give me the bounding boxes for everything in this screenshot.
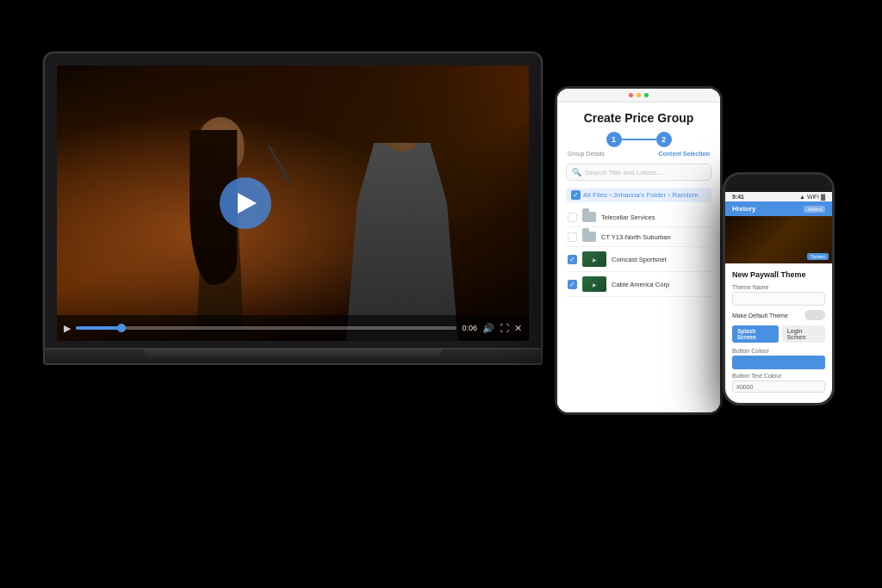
button-colour-label: Button Colour — [732, 348, 825, 354]
default-theme-label: Make Default Theme — [732, 313, 788, 319]
step-1-label: Group Details — [568, 151, 605, 157]
laptop-bezel: ▶ 0:06 🔊 ⛶ ✕ — [43, 52, 543, 350]
fullscreen-icon[interactable]: ⛶ — [500, 323, 509, 333]
file-checkbox-1[interactable] — [568, 213, 577, 222]
theme-name-label: Theme Name — [732, 284, 825, 290]
tablet-top-bar — [557, 89, 720, 102]
stepper: 1 2 — [566, 132, 711, 147]
phone-status-icons: ▲ WiFi ▓ — [799, 194, 825, 200]
search-placeholder: Search Title and Labels... — [585, 169, 662, 176]
default-theme-toggle[interactable] — [804, 310, 825, 320]
file-name-2: CT Y13-North Suburban — [601, 233, 710, 241]
battery-icon: ▓ — [821, 194, 825, 200]
file-checkbox-4[interactable]: ✓ — [568, 280, 577, 289]
close-icon[interactable]: ✕ — [514, 323, 522, 334]
step-1-circle: 1 — [606, 132, 622, 147]
tablet-dot-green — [644, 93, 649, 97]
video-background — [57, 65, 529, 341]
button-text-colour-label: Button Text Colour — [732, 373, 825, 379]
guitarist-head — [381, 104, 424, 152]
laptop-base — [43, 350, 543, 365]
progress-dot — [117, 324, 126, 332]
time-display: 0:06 — [462, 324, 477, 332]
signal-icon: ▲ — [799, 194, 805, 200]
default-theme-toggle-row: Make Default Theme — [732, 310, 825, 320]
file-name-1: Telecellar Services — [601, 214, 710, 221]
step-line — [622, 139, 656, 140]
volume-icon[interactable]: 🔊 — [482, 323, 494, 334]
laptop: ▶ 0:06 🔊 ⛶ ✕ — [43, 52, 543, 365]
phone-body: New Paywall Theme Theme Name Make Defaul… — [725, 263, 832, 403]
login-screen-tab[interactable]: Login Screen — [782, 325, 825, 343]
splash-screen-tab[interactable]: Splash Screen — [732, 325, 779, 343]
file-row-4[interactable]: ✓ Cable America Corp — [566, 272, 711, 297]
button-colour-swatch[interactable] — [732, 356, 825, 369]
theme-name-input[interactable] — [732, 292, 825, 306]
phone-status-bar: 9:41 ▲ WiFi ▓ — [725, 192, 832, 201]
phone: 9:41 ▲ WiFi ▓ History Select Select New … — [723, 172, 835, 405]
tablet-content: Create Price Group 1 2 Group Details Con… — [557, 102, 720, 412]
file-name-4: Cable America Corp — [612, 281, 710, 288]
step-2-label: Content Selection — [658, 151, 710, 157]
scene: ▶ 0:06 🔊 ⛶ ✕ Create P — [0, 0, 882, 588]
tablet-dot-yellow — [637, 93, 641, 97]
pause-icon[interactable]: ▶ — [64, 323, 71, 334]
phone-notch-cut — [761, 178, 796, 189]
step-labels: Group Details Content Selection — [566, 151, 711, 157]
video-controls: ▶ 0:06 🔊 ⛶ ✕ — [57, 315, 529, 341]
play-icon — [238, 193, 257, 214]
phone-header-title: History — [732, 205, 756, 213]
folder-icon-2 — [582, 232, 596, 242]
tablet: Create Price Group 1 2 Group Details Con… — [555, 86, 723, 415]
breadcrumb-text: All Files › Johanna's Folder › Random — [583, 191, 699, 199]
phone-header: History Select — [725, 201, 832, 216]
file-checkbox-2[interactable] — [568, 232, 577, 242]
phone-section-title: New Paywall Theme — [732, 270, 825, 279]
phone-select-button[interactable]: Select — [804, 206, 825, 213]
wifi-icon: WiFi — [807, 194, 819, 200]
breadcrumb-checkbox[interactable]: ✓ — [571, 190, 581, 200]
folder-icon-1 — [582, 212, 596, 222]
search-icon: 🔍 — [572, 168, 581, 176]
search-box[interactable]: 🔍 Search Title and Labels... — [566, 164, 711, 181]
tablet-page-title: Create Price Group — [566, 111, 711, 125]
step-2-circle: 2 — [656, 132, 672, 147]
breadcrumb-row: ✓ All Files › Johanna's Folder › Random — [566, 188, 711, 202]
phone-time: 9:41 — [732, 194, 744, 200]
singer-figure — [152, 117, 289, 341]
file-row-3[interactable]: ✓ Comcast Sportsnet — [566, 247, 711, 272]
file-row-2[interactable]: CT Y13-North Suburban — [566, 227, 711, 247]
play-button[interactable] — [220, 177, 271, 229]
file-row-1[interactable]: Telecellar Services — [566, 207, 711, 227]
guitarist-figure — [346, 143, 458, 341]
video-thumb-3 — [582, 251, 606, 267]
phone-video-overlay-btn[interactable]: Select — [807, 253, 829, 260]
phone-notch — [725, 175, 832, 192]
video-thumb-4 — [582, 276, 606, 292]
progress-fill — [76, 326, 121, 330]
progress-bar[interactable] — [76, 326, 457, 330]
phone-tab-row: Splash Screen Login Screen — [732, 325, 825, 343]
laptop-hinge — [144, 350, 442, 356]
phone-video-preview: Select — [725, 216, 832, 263]
file-checkbox-3[interactable]: ✓ — [568, 255, 577, 264]
laptop-screen: ▶ 0:06 🔊 ⛶ ✕ — [57, 65, 529, 341]
tablet-dot-red — [629, 93, 633, 97]
file-name-3: Comcast Sportsnet — [612, 256, 710, 263]
microphone-stand — [267, 145, 291, 184]
button-text-colour-value[interactable]: #0000 — [732, 381, 825, 393]
